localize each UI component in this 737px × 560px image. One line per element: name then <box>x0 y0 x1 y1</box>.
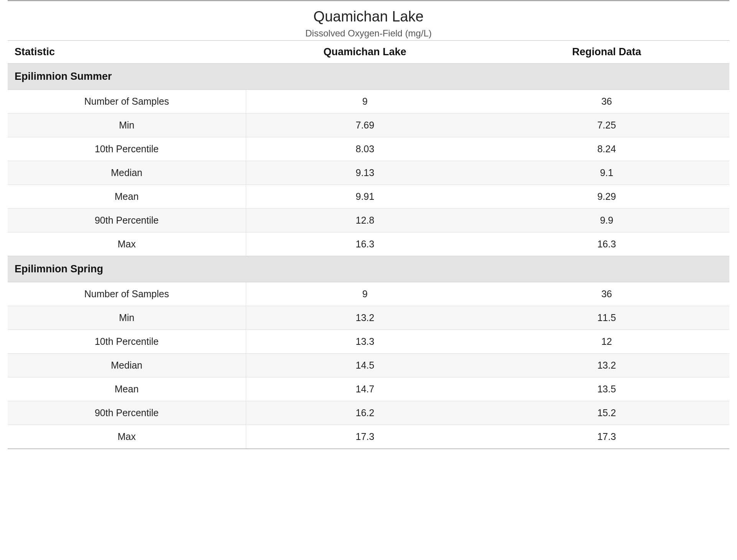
section-header: Epilimnion Summer <box>8 63 729 89</box>
stat-name-cell: Number of Samples <box>8 89 246 113</box>
site-value-cell: 16.2 <box>246 401 484 425</box>
site-value-cell: 9 <box>246 282 484 306</box>
site-value-cell: 14.7 <box>246 377 484 401</box>
site-value-cell: 14.5 <box>246 353 484 377</box>
regional-value-cell: 11.5 <box>484 306 729 329</box>
section-header-row: Epilimnion Summer <box>8 63 729 89</box>
site-value-cell: 12.8 <box>246 208 484 232</box>
stat-name-cell: Number of Samples <box>8 282 246 306</box>
site-value-cell: 9 <box>246 89 484 113</box>
regional-value-cell: 7.25 <box>484 113 729 137</box>
regional-value-cell: 9.1 <box>484 161 729 184</box>
site-value-cell: 17.3 <box>246 425 484 449</box>
col-header-regional: Regional Data <box>484 40 729 63</box>
col-header-site: Quamichan Lake <box>246 40 484 63</box>
table-row: Number of Samples936 <box>8 89 729 113</box>
table-title-cell: Quamichan Lake Dissolved Oxygen-Field (m… <box>8 1 729 40</box>
section-header: Epilimnion Spring <box>8 256 729 282</box>
table-row: Median9.139.1 <box>8 161 729 184</box>
table-row: Min7.697.25 <box>8 113 729 137</box>
table-row: 90th Percentile12.89.9 <box>8 208 729 232</box>
stat-name-cell: 90th Percentile <box>8 401 246 425</box>
column-header-row: Statistic Quamichan Lake Regional Data <box>8 40 729 63</box>
stat-name-cell: Max <box>8 425 246 449</box>
site-value-cell: 13.3 <box>246 329 484 353</box>
regional-value-cell: 15.2 <box>484 401 729 425</box>
table-row: Mean9.919.29 <box>8 184 729 208</box>
site-value-cell: 8.03 <box>246 137 484 161</box>
regional-value-cell: 13.5 <box>484 377 729 401</box>
stat-name-cell: Min <box>8 306 246 329</box>
table-row: 10th Percentile8.038.24 <box>8 137 729 161</box>
table-row: Number of Samples936 <box>8 282 729 306</box>
site-value-cell: 9.13 <box>246 161 484 184</box>
table-row: Median14.513.2 <box>8 353 729 377</box>
stat-name-cell: 10th Percentile <box>8 137 246 161</box>
site-value-cell: 13.2 <box>246 306 484 329</box>
stat-name-cell: 90th Percentile <box>8 208 246 232</box>
regional-value-cell: 12 <box>484 329 729 353</box>
regional-value-cell: 36 <box>484 282 729 306</box>
table-row: Mean14.713.5 <box>8 377 729 401</box>
stats-table-container: Quamichan Lake Dissolved Oxygen-Field (m… <box>8 0 729 449</box>
regional-value-cell: 9.29 <box>484 184 729 208</box>
col-header-statistic: Statistic <box>8 40 246 63</box>
regional-value-cell: 8.24 <box>484 137 729 161</box>
stats-table: Quamichan Lake Dissolved Oxygen-Field (m… <box>8 0 729 449</box>
table-body: Epilimnion SummerNumber of Samples936Min… <box>8 63 729 449</box>
table-row: Max17.317.3 <box>8 425 729 449</box>
regional-value-cell: 17.3 <box>484 425 729 449</box>
table-title: Quamichan Lake <box>12 8 725 26</box>
regional-value-cell: 9.9 <box>484 208 729 232</box>
table-row: Min13.211.5 <box>8 306 729 329</box>
table-subtitle: Dissolved Oxygen-Field (mg/L) <box>12 28 725 39</box>
site-value-cell: 16.3 <box>246 232 484 256</box>
site-value-cell: 9.91 <box>246 184 484 208</box>
regional-value-cell: 36 <box>484 89 729 113</box>
table-row: Max16.316.3 <box>8 232 729 256</box>
stat-name-cell: Mean <box>8 377 246 401</box>
stat-name-cell: Median <box>8 161 246 184</box>
stat-name-cell: Mean <box>8 184 246 208</box>
stat-name-cell: 10th Percentile <box>8 329 246 353</box>
stat-name-cell: Min <box>8 113 246 137</box>
regional-value-cell: 13.2 <box>484 353 729 377</box>
table-row: 10th Percentile13.312 <box>8 329 729 353</box>
section-header-row: Epilimnion Spring <box>8 256 729 282</box>
site-value-cell: 7.69 <box>246 113 484 137</box>
stat-name-cell: Max <box>8 232 246 256</box>
stat-name-cell: Median <box>8 353 246 377</box>
table-row: 90th Percentile16.215.2 <box>8 401 729 425</box>
regional-value-cell: 16.3 <box>484 232 729 256</box>
